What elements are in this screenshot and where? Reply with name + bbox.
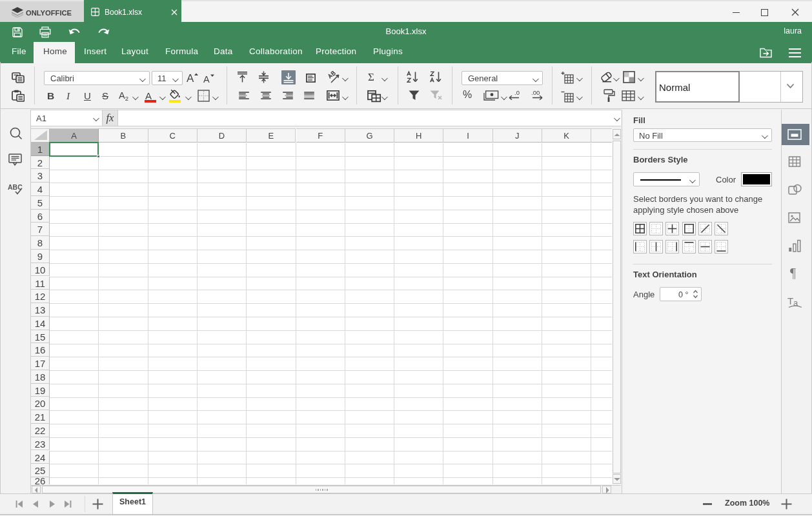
svg-text:.0: .0	[514, 90, 520, 96]
svg-text:A: A	[203, 74, 210, 84]
svg-text:T: T	[787, 295, 793, 306]
svg-text:.00: .00	[531, 90, 540, 96]
svg-text:A: A	[187, 72, 194, 84]
